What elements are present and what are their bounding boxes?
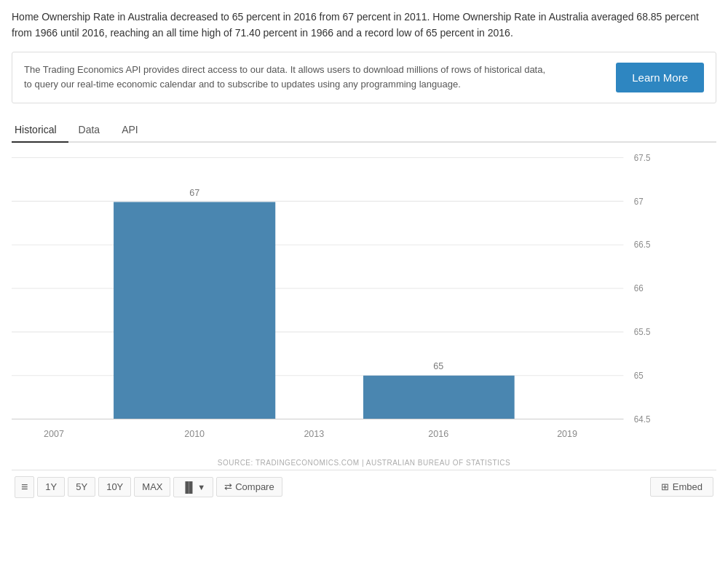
y-label-67: 67 bbox=[634, 196, 644, 207]
chart-type-button[interactable]: ▐▌ ▼ bbox=[173, 477, 213, 497]
bar-2016-label: 65 bbox=[433, 360, 443, 372]
x-label-2007: 2007 bbox=[44, 427, 64, 439]
bar-2010-label: 67 bbox=[189, 186, 199, 198]
embed-icon: ⊞ bbox=[661, 481, 669, 492]
toolbar-right: ⊞ Embed bbox=[650, 477, 713, 497]
x-label-2016: 2016 bbox=[428, 427, 448, 439]
compare-icon: ⇄ bbox=[224, 481, 232, 492]
toolbar: ≡ 1Y 5Y 10Y MAX ▐▌ ▼ ⇄ Compare ⊞ Embed bbox=[12, 470, 716, 504]
source-text: SOURCE: TRADINGECONOMICS.COM | AUSTRALIA… bbox=[12, 459, 716, 467]
y-label-655: 65.5 bbox=[634, 326, 651, 337]
chart-type-icon: ▐▌ bbox=[181, 481, 196, 493]
chart-svg: 67 65 2007 2010 2013 2016 2019 67.5 67 6… bbox=[12, 150, 673, 456]
1y-button[interactable]: 1Y bbox=[37, 477, 65, 497]
bar-2010 bbox=[114, 202, 275, 419]
learn-more-button[interactable]: Learn More bbox=[616, 63, 704, 92]
description-text: Home Ownership Rate in Australia decreas… bbox=[12, 9, 716, 42]
api-banner: The Trading Economics API provides direc… bbox=[12, 52, 716, 103]
y-label-675: 67.5 bbox=[634, 152, 651, 163]
tab-api[interactable]: API bbox=[119, 118, 150, 141]
x-label-2013: 2013 bbox=[304, 427, 324, 439]
tab-data[interactable]: Data bbox=[76, 118, 112, 141]
5y-button[interactable]: 5Y bbox=[68, 477, 95, 497]
tab-historical[interactable]: Historical bbox=[12, 118, 68, 141]
embed-button[interactable]: ⊞ Embed bbox=[650, 477, 713, 497]
x-label-2019: 2019 bbox=[557, 427, 577, 439]
compare-button[interactable]: ⇄ Compare bbox=[216, 477, 282, 497]
page-wrapper: Home Ownership Rate in Australia decreas… bbox=[0, 0, 728, 513]
y-label-645: 64.5 bbox=[634, 414, 651, 425]
max-button[interactable]: MAX bbox=[134, 477, 170, 497]
list-icon-button[interactable]: ≡ bbox=[15, 476, 34, 498]
y-label-66: 66 bbox=[634, 283, 644, 294]
10y-button[interactable]: 10Y bbox=[98, 477, 131, 497]
toolbar-left: ≡ 1Y 5Y 10Y MAX ▐▌ ▼ ⇄ Compare bbox=[15, 476, 650, 498]
api-banner-text: The Trading Economics API provides direc… bbox=[24, 63, 548, 92]
compare-label: Compare bbox=[235, 481, 274, 492]
embed-label: Embed bbox=[673, 481, 703, 492]
bar-2016 bbox=[363, 376, 515, 419]
y-label-665: 66.5 bbox=[634, 240, 651, 250]
y-label-65: 65 bbox=[634, 370, 644, 381]
x-label-2010: 2010 bbox=[184, 427, 205, 439]
tabs-container: Historical Data API bbox=[12, 118, 716, 143]
chart-area: 67 65 2007 2010 2013 2016 2019 67.5 67 6… bbox=[12, 150, 716, 456]
chart-type-arrow: ▼ bbox=[197, 483, 205, 492]
